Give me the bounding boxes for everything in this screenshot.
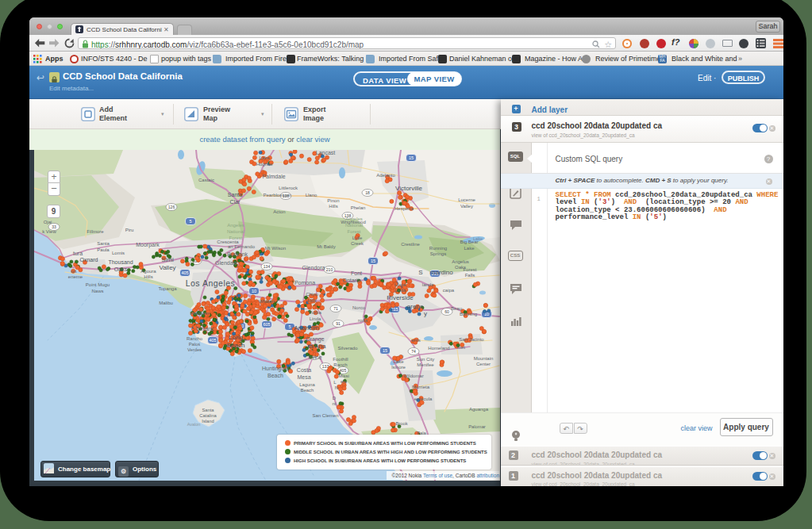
svg-text:Naws: Naws	[91, 289, 103, 293]
svg-text:Mt Baldy: Mt Baldy	[317, 244, 335, 249]
svg-text:210: 210	[326, 267, 333, 272]
svg-text:Sun City: Sun City	[417, 357, 435, 362]
svg-text:Verdes: Verdes	[187, 347, 202, 352]
svg-text:Oxnard: Oxnard	[80, 257, 98, 263]
svg-text:Orange: Orange	[306, 336, 324, 343]
svg-text:Santa: Santa	[97, 241, 110, 246]
svg-text:Mesa: Mesa	[297, 374, 310, 380]
svg-text:Huntington: Huntington	[262, 366, 289, 372]
svg-text:134: 134	[264, 264, 271, 269]
svg-text:y: y	[424, 310, 427, 317]
svg-text:Yorba: Yorba	[309, 310, 321, 315]
svg-text:Whittier: Whittier	[259, 299, 275, 304]
svg-text:k View: k View	[42, 229, 56, 234]
svg-text:lsinore: lsinore	[391, 365, 406, 370]
svg-text:San Clemen: San Clemen	[312, 413, 338, 418]
svg-text:Burbank: Burbank	[227, 251, 248, 257]
svg-text:Foothill: Foothill	[333, 357, 348, 362]
svg-text:Irvine: Irvine	[308, 355, 321, 360]
svg-text:Agoura: Agoura	[140, 269, 156, 274]
svg-text:Falls: Falls	[465, 273, 475, 278]
svg-text:Glendora: Glendora	[302, 265, 325, 270]
svg-text:Pearblossom: Pearblossom	[263, 193, 291, 197]
svg-text:10: 10	[252, 289, 256, 293]
svg-text:ort: ort	[71, 269, 76, 274]
svg-text:rnardino: rnardino	[429, 269, 453, 276]
svg-text:Llano: Llano	[306, 193, 317, 197]
svg-text:Running: Running	[429, 246, 447, 251]
svg-text:Topanga: Topanga	[158, 286, 177, 291]
svg-text:Brook: Brook	[395, 421, 407, 426]
svg-text:Creek: Creek	[351, 241, 364, 246]
svg-text:S: S	[418, 269, 422, 276]
svg-text:Palmdale: Palmdale	[262, 174, 285, 179]
svg-text:Hills: Hills	[307, 298, 316, 303]
svg-text:Fillmore: Fillmore	[87, 229, 104, 234]
svg-text:5: 5	[288, 324, 291, 329]
svg-text:Beau: Beau	[451, 306, 462, 311]
svg-text:Lake: Lake	[259, 155, 270, 160]
svg-text:Los Angeles: Los Angeles	[186, 278, 236, 288]
svg-text:Rancho: Rancho	[187, 336, 202, 341]
svg-text:ejo: ejo	[341, 379, 348, 384]
svg-text:D: D	[333, 396, 337, 401]
svg-text:National: National	[227, 229, 244, 234]
svg-text:San Jacinto: San Jacinto	[459, 337, 484, 342]
svg-text:Lake: Lake	[393, 359, 404, 364]
svg-text:Oaks: Oaks	[114, 266, 128, 272]
svg-text:Riverside: Riverside	[387, 294, 414, 301]
svg-text:Springs: Springs	[430, 251, 446, 256]
svg-text:71: 71	[333, 306, 338, 311]
svg-text:Norco: Norco	[352, 305, 366, 310]
svg-text:Angelus: Angelus	[452, 259, 469, 264]
svg-text:Chino: Chino	[306, 292, 318, 297]
svg-text:Clar: Clar	[230, 199, 241, 205]
svg-text:405: 405	[181, 270, 188, 275]
svg-text:Lytle: Lytle	[352, 236, 363, 240]
svg-text:emecula: emecula	[414, 397, 433, 401]
svg-text:Hughes: Hughes	[256, 162, 273, 167]
svg-text:Silverado: Silverado	[337, 346, 358, 351]
svg-text:Lake: Lake	[464, 246, 475, 251]
svg-text:Anaheim: Anaheim	[294, 324, 319, 332]
svg-text:Wildomar: Wildomar	[403, 374, 423, 378]
svg-text:Pomona: Pomona	[294, 280, 315, 286]
svg-text:Thousand: Thousand	[108, 259, 133, 265]
svg-text:Mt Wilson: Mt Wilson	[265, 246, 286, 251]
svg-text:91: 91	[336, 321, 341, 326]
svg-text:Lucerne: Lucerne	[458, 197, 475, 202]
svg-text:Castaic: Castaic	[198, 178, 214, 182]
svg-text:an Fernando: an Fernando	[228, 244, 256, 249]
svg-text:Menifee: Menifee	[417, 362, 434, 367]
svg-text:Mountain: Mountain	[474, 356, 494, 361]
svg-text:60: 60	[444, 309, 449, 314]
svg-text:Forest: Forest	[463, 267, 476, 272]
svg-text:Missi: Missi	[338, 374, 349, 378]
svg-text:Victorville: Victorville	[395, 185, 423, 192]
svg-text:Glendale: Glendale	[215, 260, 237, 266]
svg-text:Angeles: Angeles	[227, 223, 244, 228]
svg-text:erris: erris	[411, 338, 421, 343]
svg-text:Lake: Lake	[473, 236, 483, 241]
svg-text:126: 126	[168, 205, 175, 209]
svg-text:National: National	[345, 223, 363, 228]
svg-text:5: 5	[189, 219, 191, 224]
svg-text:Point Mugu: Point Mugu	[86, 282, 110, 287]
svg-text:Linda: Linda	[310, 316, 321, 321]
svg-text:605: 605	[263, 322, 270, 327]
svg-text:N: N	[335, 385, 338, 390]
svg-text:oreno: oreno	[407, 303, 424, 310]
svg-text:lands: lands	[422, 282, 433, 287]
svg-text:Paula: Paula	[97, 247, 110, 252]
svg-text:Valley: Valley	[460, 204, 473, 209]
svg-text:18: 18	[365, 190, 370, 195]
svg-text:Adelanto: Adelanto	[376, 173, 395, 178]
svg-text:met: met	[457, 345, 465, 350]
svg-text:Palomar: Palomar	[468, 424, 486, 429]
svg-text:eneme: eneme	[68, 274, 83, 279]
svg-text:ta Ana: ta Ana	[308, 343, 326, 350]
svg-text:Center: Center	[476, 362, 491, 366]
svg-text:Valley: Valley	[159, 264, 175, 271]
svg-text:Ontario: Ontario	[343, 278, 361, 283]
svg-text:405: 405	[340, 368, 347, 373]
